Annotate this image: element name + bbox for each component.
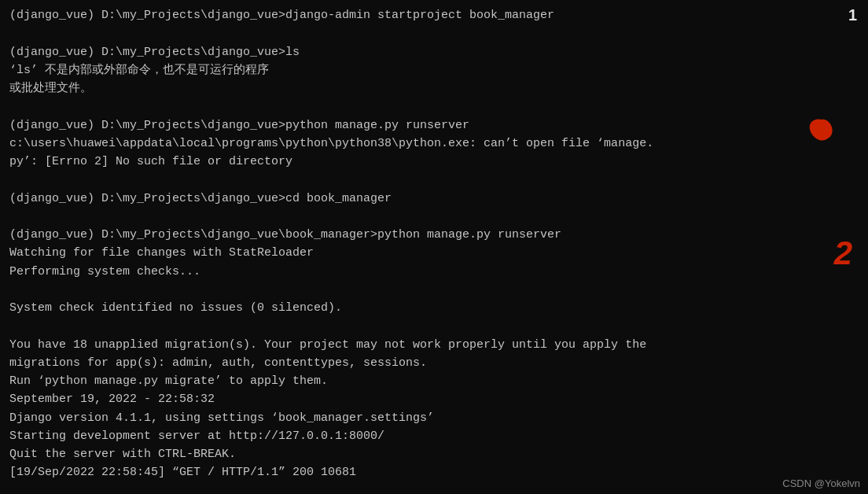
terminal-line: py’: [Errno 2] No such file or directory — [9, 153, 859, 171]
annotation-number-1: 1 — [848, 6, 857, 24]
terminal-line: (django_vue) D:\my_Projects\django_vue>l… — [9, 43, 859, 61]
terminal-line: (django_vue) D:\my_Projects\django_vue>d… — [9, 6, 859, 24]
terminal-line: Django version 4.1.1, using settings ‘bo… — [9, 409, 859, 427]
terminal-blank — [9, 171, 859, 189]
terminal-line: [19/Sep/2022 22:58:45] “GET / HTTP/1.1” … — [9, 463, 859, 481]
terminal-blank — [9, 281, 859, 299]
terminal-line: Quit the server with CTRL-BREAK. — [9, 445, 859, 463]
terminal-line: September 19, 2022 - 22:58:32 — [9, 390, 859, 408]
terminal-line: System check identified no issues (0 sil… — [9, 299, 859, 317]
terminal-line: You have 18 unapplied migration(s). Your… — [9, 336, 859, 354]
terminal-line: Starting development server at http://12… — [9, 427, 859, 445]
annotation-number-2: 2 — [834, 234, 852, 272]
terminal-line: Watching for file changes with StatReloa… — [9, 244, 859, 262]
terminal-line: (django_vue) D:\my_Projects\django_vue>p… — [9, 116, 859, 135]
terminal-blank — [9, 98, 859, 116]
terminal-line: Run ‘python manage.py migrate’ to apply … — [9, 372, 859, 390]
annotation-blob — [807, 116, 835, 149]
terminal-window: (django_vue) D:\my_Projects\django_vue>d… — [0, 0, 868, 494]
terminal-blank — [9, 208, 859, 226]
terminal-blank — [9, 317, 859, 335]
watermark: CSDN @Yokelvn — [782, 477, 860, 489]
terminal-line: Performing system checks... — [9, 263, 859, 281]
terminal-line: c:\users\huawei\appdata\local\programs\p… — [9, 135, 859, 153]
terminal-line: (django_vue) D:\my_Projects\django_vue>c… — [9, 190, 859, 208]
terminal-line: migrations for app(s): admin, auth, cont… — [9, 354, 859, 372]
terminal-line: 或批处理文件。 — [9, 79, 859, 98]
terminal-line: ‘ls’ 不是内部或外部命令，也不是可运行的程序 — [9, 61, 859, 79]
terminal-blank — [9, 24, 859, 42]
terminal-line: (django_vue) D:\my_Projects\django_vue\b… — [9, 226, 859, 244]
